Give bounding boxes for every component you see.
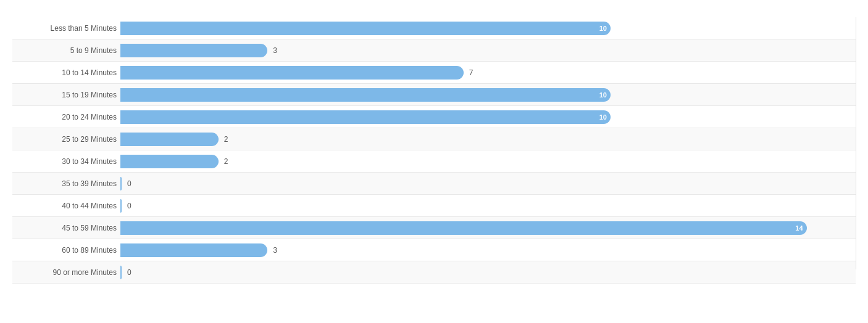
bar-fill: 0 [120, 266, 122, 279]
bar-value-inside: 10 [599, 113, 611, 121]
bar-row: 25 to 29 Minutes2 [12, 128, 856, 150]
bar-label: 10 to 14 Minutes [12, 68, 120, 77]
bar-label: 40 to 44 Minutes [12, 202, 120, 210]
bar-fill: 14 [120, 221, 807, 235]
bar-value: 2 [224, 157, 228, 166]
bar-value: 2 [224, 135, 228, 144]
bar-value: 0 [127, 202, 131, 210]
bar-track: 14 [120, 217, 856, 239]
bar-value: 7 [469, 68, 474, 77]
bar-fill: 3 [120, 243, 267, 257]
bar-fill: 10 [120, 110, 611, 124]
bar-row: 10 to 14 Minutes7 [12, 62, 856, 84]
bar-row: 40 to 44 Minutes0 [12, 195, 856, 217]
bar-row: 30 to 34 Minutes2 [12, 150, 856, 173]
bar-fill: 2 [120, 155, 219, 168]
bar-value: 3 [273, 46, 277, 55]
bar-fill: 10 [120, 22, 611, 35]
bar-fill: 2 [120, 133, 219, 146]
bar-track: 10 [120, 84, 856, 105]
bar-track: 0 [120, 173, 856, 194]
bar-label: 90 or more Minutes [12, 268, 120, 277]
bar-fill: 0 [120, 177, 122, 190]
bar-fill: 3 [120, 44, 267, 57]
bar-row: 90 or more Minutes0 [12, 261, 856, 284]
bar-row: 35 to 39 Minutes0 [12, 173, 856, 195]
bar-track: 0 [120, 195, 856, 216]
bars-area: Less than 5 Minutes105 to 9 Minutes310 t… [12, 17, 856, 269]
bar-track: 2 [120, 128, 856, 150]
bar-label: 20 to 24 Minutes [12, 113, 120, 121]
bar-label: Less than 5 Minutes [12, 24, 120, 33]
grid-line [856, 17, 856, 269]
bar-track: 7 [120, 62, 856, 83]
bar-row: 15 to 19 Minutes10 [12, 84, 856, 106]
bar-row: 20 to 24 Minutes10 [12, 106, 856, 128]
bar-label: 25 to 29 Minutes [12, 135, 120, 144]
bar-fill: 7 [120, 66, 464, 80]
bar-row: 45 to 59 Minutes14 [12, 217, 856, 239]
bar-track: 0 [120, 261, 856, 283]
bar-track: 10 [120, 17, 856, 39]
bar-label: 5 to 9 Minutes [12, 46, 120, 55]
bar-row: 5 to 9 Minutes3 [12, 39, 856, 62]
bar-track: 3 [120, 39, 856, 61]
bar-label: 15 to 19 Minutes [12, 91, 120, 99]
bar-value-inside: 10 [599, 91, 611, 99]
bar-label: 60 to 89 Minutes [12, 246, 120, 255]
bar-row: 60 to 89 Minutes3 [12, 239, 856, 261]
bar-fill: 10 [120, 88, 611, 102]
bar-label: 30 to 34 Minutes [12, 157, 120, 166]
bar-value: 3 [273, 246, 277, 255]
chart-container: Less than 5 Minutes105 to 9 Minutes310 t… [0, 0, 868, 323]
bar-track: 2 [120, 150, 856, 172]
bar-value-inside: 14 [795, 224, 806, 232]
bar-value: 0 [127, 179, 131, 188]
bar-label: 45 to 59 Minutes [12, 224, 120, 232]
bar-row: Less than 5 Minutes10 [12, 17, 856, 39]
bar-track: 10 [120, 106, 856, 128]
bar-value-inside: 10 [599, 25, 611, 32]
bar-track: 3 [120, 239, 856, 261]
bar-fill: 0 [120, 199, 122, 213]
bar-value: 0 [127, 268, 131, 277]
bar-label: 35 to 39 Minutes [12, 179, 120, 188]
